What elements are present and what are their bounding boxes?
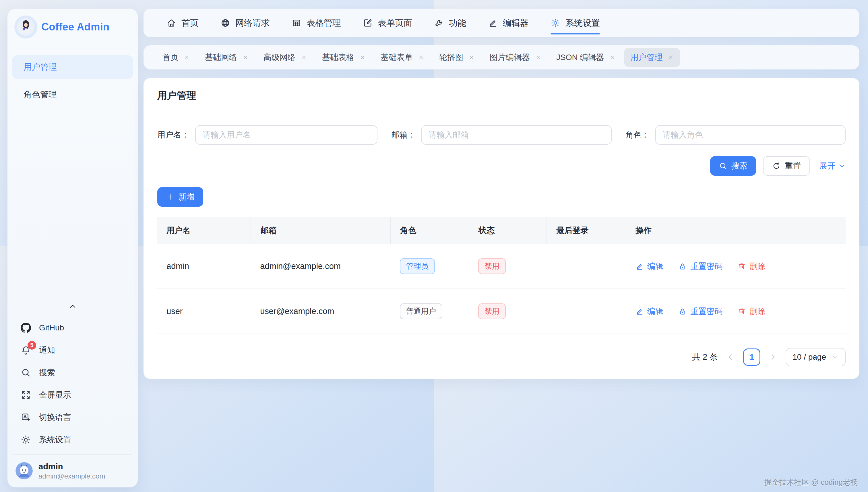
- tab-basic-table[interactable]: 基础表格: [316, 48, 372, 67]
- close-icon[interactable]: [301, 54, 307, 60]
- column-header-last-login: 最后登录: [547, 217, 626, 244]
- reset-password-label: 重置密码: [690, 306, 722, 317]
- close-icon[interactable]: [468, 54, 475, 60]
- nav-item-editors[interactable]: 编辑器: [488, 8, 529, 37]
- sidebar-item-label: 角色管理: [24, 89, 57, 100]
- reset-password-label: 重置密码: [690, 261, 722, 272]
- page-number-button[interactable]: 1: [743, 348, 760, 366]
- filter-form: 用户名： 邮箱： 角色：: [144, 112, 860, 147]
- close-icon[interactable]: [668, 54, 674, 60]
- sidebar-tool-fullscreen[interactable]: 全屏显示: [7, 384, 138, 406]
- sidebar-tool-label: 全屏显示: [39, 390, 71, 400]
- lock-icon: [678, 307, 687, 316]
- tab-basic-network[interactable]: 基础网络: [199, 48, 255, 67]
- close-icon[interactable]: [242, 54, 249, 60]
- sidebar-tool-language[interactable]: 切换语言: [7, 406, 138, 428]
- search-button[interactable]: 搜索: [710, 156, 756, 176]
- sidebar: Coffee Admin 用户管理 角色管理 GitHub 5 通知: [7, 8, 138, 487]
- row-actions: 编辑 重置密码 删除: [635, 261, 837, 272]
- tab-advanced-network[interactable]: 高级网络: [257, 48, 314, 67]
- delete-button[interactable]: 删除: [737, 306, 766, 317]
- sidebar-tool-label: 切换语言: [39, 412, 71, 423]
- close-icon[interactable]: [418, 54, 424, 60]
- nav-item-home[interactable]: 首页: [167, 8, 199, 37]
- email-input[interactable]: [421, 125, 612, 145]
- tab-image-editor[interactable]: 图片编辑器: [483, 48, 548, 67]
- pagination-total: 共 2 条: [692, 351, 718, 363]
- nav-item-label: 功能: [449, 17, 466, 29]
- column-header-email: 邮箱: [251, 217, 391, 244]
- cell-last-login: [547, 244, 626, 289]
- watermark: 掘金技术社区 @ coding老杨: [764, 477, 858, 487]
- nav-item-system-settings[interactable]: 系统设置: [550, 8, 600, 37]
- fullscreen-icon: [21, 390, 31, 400]
- close-icon[interactable]: [184, 54, 190, 60]
- cell-email: admin@example.com: [251, 244, 391, 289]
- page-size-select[interactable]: 10 / page: [786, 348, 846, 366]
- expand-link[interactable]: 展开: [819, 161, 846, 171]
- add-button-label: 新增: [178, 192, 195, 202]
- tab-carousel[interactable]: 轮播图: [433, 48, 481, 67]
- page-size-value: 10 / page: [793, 352, 826, 362]
- delete-label: 删除: [749, 306, 766, 317]
- delete-button[interactable]: 删除: [737, 261, 766, 272]
- role-badge: 管理员: [400, 259, 435, 274]
- tab-label: 首页: [163, 52, 178, 63]
- sidebar-tool-search[interactable]: 搜索: [7, 361, 138, 384]
- tab-label: 基础表格: [322, 52, 354, 63]
- sidebar-tool-label: GitHub: [39, 323, 64, 333]
- reset-password-button[interactable]: 重置密码: [678, 306, 722, 317]
- sidebar-tool-github[interactable]: GitHub: [7, 317, 138, 339]
- edit-icon: [635, 307, 644, 316]
- sidebar-tool-notifications[interactable]: 5 通知: [7, 339, 138, 361]
- tab-user-management[interactable]: 用户管理: [624, 48, 680, 67]
- github-icon: [21, 323, 31, 333]
- trash-icon: [737, 262, 746, 271]
- sidebar-tool-settings[interactable]: 系统设置: [7, 428, 138, 451]
- column-header-role: 角色: [391, 217, 469, 244]
- sidebar-menu: 用户管理 角色管理: [7, 55, 138, 107]
- sidebar-collapse-button[interactable]: [7, 298, 138, 317]
- column-header-status: 状态: [469, 217, 547, 244]
- sidebar-tools: GitHub 5 通知 搜索 全屏显示 切换语言: [7, 317, 138, 451]
- close-icon[interactable]: [535, 54, 541, 60]
- wrench-icon: [434, 18, 444, 28]
- nav-item-label: 编辑器: [503, 17, 529, 29]
- sidebar-item-role-management[interactable]: 角色管理: [12, 83, 133, 107]
- nav-item-features[interactable]: 功能: [434, 8, 466, 37]
- nav-item-label: 首页: [181, 17, 199, 29]
- nav-item-tables[interactable]: 表格管理: [292, 8, 341, 37]
- trash-icon: [737, 307, 746, 316]
- sidebar-item-user-management[interactable]: 用户管理: [12, 55, 133, 79]
- nav-item-forms[interactable]: 表单页面: [363, 8, 412, 37]
- username-input[interactable]: [195, 125, 377, 145]
- form-icon: [363, 18, 373, 28]
- tab-basic-form[interactable]: 基础表单: [374, 48, 430, 67]
- chevron-up-icon: [68, 302, 77, 311]
- add-button[interactable]: 新增: [157, 187, 203, 207]
- tab-home[interactable]: 首页: [156, 48, 196, 67]
- edit-button[interactable]: 编辑: [635, 261, 663, 272]
- tab-label: 基础网络: [205, 52, 237, 63]
- edit-button[interactable]: 编辑: [635, 306, 663, 317]
- top-navbar: 首页 网络请求 表格管理 表单页面 功能 编辑器 系统设置: [144, 8, 860, 37]
- role-badge: 普通用户: [400, 303, 442, 319]
- app-logo[interactable]: Coffee Admin: [7, 8, 138, 40]
- column-header-username: 用户名: [157, 217, 251, 244]
- sidebar-user-profile[interactable]: admin admin@example.com: [13, 454, 132, 482]
- reset-password-button[interactable]: 重置密码: [678, 261, 722, 272]
- chevron-left-icon[interactable]: [726, 352, 735, 362]
- table-row: admin admin@example.com 管理员 禁用 编辑: [157, 244, 846, 289]
- tab-json-editor[interactable]: JSON 编辑器: [550, 48, 622, 67]
- reset-button[interactable]: 重置: [763, 156, 810, 176]
- nav-item-network[interactable]: 网络请求: [220, 8, 270, 37]
- plus-icon: [166, 193, 175, 201]
- table-row: user user@example.com 普通用户 禁用 编辑: [157, 289, 846, 334]
- edit-label: 编辑: [647, 261, 663, 272]
- close-icon[interactable]: [609, 54, 615, 60]
- filter-label: 邮箱：: [391, 129, 415, 140]
- close-icon[interactable]: [359, 54, 366, 60]
- chevron-right-icon[interactable]: [768, 352, 777, 362]
- cell-username: user: [157, 289, 251, 334]
- role-input[interactable]: [655, 125, 846, 145]
